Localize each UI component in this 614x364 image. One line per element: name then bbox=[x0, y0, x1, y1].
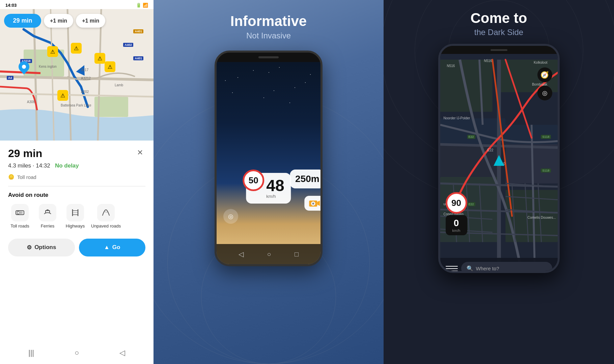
camera-distance-box: 250m bbox=[290, 170, 323, 188]
back-button[interactable]: ◁ bbox=[119, 348, 125, 357]
phone-recent-button[interactable]: □ bbox=[295, 250, 299, 258]
kolksloot-label: Kolksloot bbox=[534, 61, 548, 64]
a202-label: A202 bbox=[81, 90, 89, 94]
primary-route-button[interactable]: 29 min bbox=[4, 14, 41, 28]
toll-icon: 🪙 bbox=[8, 174, 15, 180]
panel-navigation: 14:03 🔋 📶 A4 bbox=[0, 0, 154, 364]
battersea-label: Battersea Park Lake bbox=[61, 103, 91, 107]
home-button[interactable]: ○ bbox=[75, 348, 79, 357]
hazard-2: ⚠ bbox=[71, 43, 82, 54]
speed-camera-box bbox=[305, 196, 323, 211]
panel2-subheading: Not Invasive bbox=[230, 31, 307, 40]
stars-bg bbox=[217, 62, 320, 163]
where-to-container: 🔍 Where to? bbox=[440, 258, 558, 273]
svg-rect-11 bbox=[17, 211, 19, 214]
status-bar: 14:03 🔋 📶 bbox=[0, 0, 154, 9]
n516-right-label: N516 bbox=[484, 59, 492, 63]
awareness-map-button[interactable]: ◎ bbox=[537, 86, 552, 100]
options-gear-icon: ⚙ bbox=[27, 244, 32, 251]
avoid-options-group: Toll roads Ferries bbox=[8, 204, 145, 229]
panel-dark-side: Come to the Dark Side bbox=[384, 0, 614, 364]
a3217-label: 3217 bbox=[81, 68, 88, 72]
status-time: 14:03 bbox=[5, 3, 17, 8]
route-header: 29 min ✕ bbox=[8, 147, 145, 160]
speed-num-dark-value: 0 bbox=[450, 218, 463, 229]
unpaved-roads-label: Unpaved roads bbox=[91, 223, 121, 229]
ferries-icon bbox=[39, 204, 56, 221]
road-a401-label: A401 bbox=[133, 29, 143, 33]
svg-line-7 bbox=[0, 87, 27, 88]
highways-label: Highways bbox=[66, 223, 85, 229]
panel3-subheading: the Dark Side bbox=[384, 28, 614, 37]
android-nav-bar: ||| ○ ◁ bbox=[8, 343, 145, 364]
awareness-icon: ◎ bbox=[228, 213, 233, 220]
s118-badge2: S118 bbox=[541, 169, 551, 173]
hamburger-menu-button[interactable] bbox=[446, 263, 458, 273]
awareness-map-icon: ◎ bbox=[542, 89, 548, 97]
camera-distance-value: 250m bbox=[295, 174, 319, 184]
dark-phone-mockup: N516 N516 Kolksloot Bombraak Noorder IJ-… bbox=[438, 44, 560, 273]
phone-top-bar bbox=[217, 53, 320, 62]
options-button[interactable]: ⚙ Options bbox=[8, 239, 75, 256]
toll-roads-label: Toll roads bbox=[10, 223, 29, 229]
go-button[interactable]: ▲ Go bbox=[79, 239, 146, 256]
hamburger-line-1 bbox=[446, 266, 458, 267]
highways-icon bbox=[66, 204, 84, 221]
dark-map-view: N516 N516 Kolksloot Bombraak Noorder IJ-… bbox=[440, 54, 558, 273]
svg-point-23 bbox=[312, 203, 314, 205]
action-buttons: ⚙ Options ▲ Go bbox=[8, 239, 145, 256]
where-to-placeholder: Where to? bbox=[476, 266, 499, 271]
speed-limit-dark-value: 90 bbox=[451, 198, 461, 208]
go-label: Go bbox=[112, 244, 120, 251]
hamburger-line-2 bbox=[446, 268, 458, 269]
panel-informative: Informative Not Invasive bbox=[154, 0, 384, 364]
map-view[interactable]: A4 A3218 A401 A402 A401 Kens ington Lamb… bbox=[0, 9, 154, 141]
where-to-search-input[interactable]: 🔍 Where to? bbox=[461, 262, 552, 273]
road-a4-label: A4 bbox=[7, 76, 13, 80]
divider bbox=[8, 186, 145, 186]
alt-route-2-button[interactable]: +1 min bbox=[76, 14, 105, 28]
close-button[interactable]: ✕ bbox=[135, 147, 145, 158]
speed-limit-dark-badge: 90 bbox=[446, 192, 467, 214]
recent-apps-button[interactable]: ||| bbox=[28, 348, 34, 357]
avoid-ferries[interactable]: Ferries bbox=[36, 204, 59, 229]
phone2-top-bar bbox=[440, 46, 558, 54]
alt-route-1-button[interactable]: +1 min bbox=[44, 14, 73, 28]
route-options-bar: 29 min +1 min +1 min bbox=[4, 14, 149, 28]
current-speed-value: 48 bbox=[266, 178, 284, 194]
unpaved-roads-icon bbox=[97, 204, 115, 221]
delay-status: No delay bbox=[55, 162, 79, 169]
n516-left-label: N516 bbox=[447, 64, 455, 68]
options-label: Options bbox=[34, 244, 56, 251]
hazard-5: ⚠ bbox=[57, 90, 68, 101]
avoid-unpaved[interactable]: Unpaved roads bbox=[91, 204, 121, 229]
phone-bottom-nav: ◁ ○ □ bbox=[217, 244, 320, 264]
cornelis-label: Cornelis Douwes... bbox=[528, 216, 556, 219]
route-time-label: 29 min bbox=[8, 147, 42, 160]
panel2-title-block: Informative Not Invasive bbox=[230, 13, 307, 40]
compass-button[interactable]: 🧭 bbox=[537, 67, 552, 82]
speed-limit-value: 50 bbox=[249, 175, 258, 186]
panel3-title-block: Come to the Dark Side bbox=[384, 10, 614, 37]
phone2-speaker bbox=[491, 49, 507, 51]
avoid-toll-roads[interactable]: Toll roads bbox=[8, 204, 32, 229]
avoid-highways[interactable]: Highways bbox=[63, 204, 87, 229]
panel2-heading: Informative bbox=[230, 13, 307, 29]
phone-home-button[interactable]: ○ bbox=[267, 250, 271, 258]
phone-back-button[interactable]: ◁ bbox=[239, 250, 244, 258]
hazard-1: ⚠ bbox=[47, 46, 58, 57]
awareness-button[interactable]: ◎ bbox=[223, 209, 238, 224]
road-a402-label: A402 bbox=[123, 43, 133, 47]
hazard-3: ⚠ bbox=[94, 53, 105, 64]
phone-speaker bbox=[258, 56, 279, 58]
user-location-arrow bbox=[494, 155, 504, 166]
e22-badge: E22 bbox=[467, 135, 475, 139]
speed-unit-dark-label: km/h bbox=[450, 229, 463, 233]
toll-roads-icon bbox=[11, 204, 29, 221]
where-to-bar: 🔍 Where to? bbox=[440, 258, 558, 273]
ferries-label: Ferries bbox=[41, 223, 54, 229]
e22-badge2: E22 bbox=[467, 202, 475, 206]
toll-info: 🪙 Toll road bbox=[8, 174, 145, 180]
search-icon: 🔍 bbox=[467, 265, 473, 272]
hamburger-line-3 bbox=[446, 271, 458, 271]
